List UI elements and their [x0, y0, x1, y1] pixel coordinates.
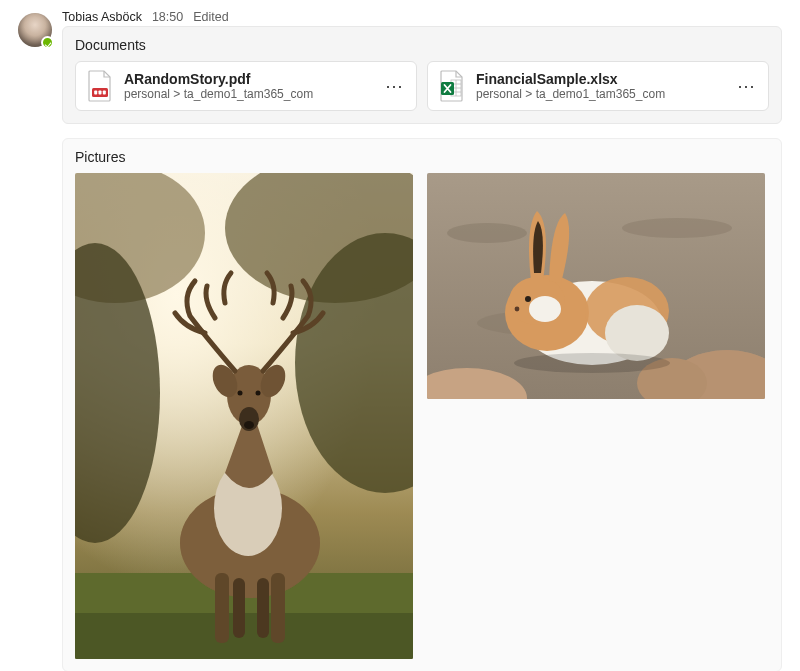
more-actions-button[interactable]: ⋯ [734, 74, 758, 98]
documents-title: Documents [75, 37, 769, 53]
svg-point-46 [525, 296, 531, 302]
svg-point-33 [447, 223, 527, 243]
excel-file-icon [438, 70, 466, 102]
document-path: personal > ta_demo1_tam365_com [124, 87, 372, 101]
svg-point-48 [514, 353, 670, 373]
svg-point-45 [529, 296, 561, 322]
author-name: Tobias Asböck [62, 10, 142, 24]
picture-attachment[interactable] [427, 173, 765, 399]
document-card[interactable]: ARandomStory.pdf personal > ta_demo1_tam… [75, 61, 417, 111]
svg-point-43 [605, 305, 669, 361]
document-card[interactable]: FinancialSample.xlsx personal > ta_demo1… [427, 61, 769, 111]
svg-rect-30 [233, 578, 245, 638]
more-icon: ⋯ [737, 75, 756, 97]
svg-rect-28 [215, 573, 229, 643]
message-meta: Tobias Asböck 18:50 Edited [62, 10, 782, 24]
presence-available-icon [41, 36, 54, 49]
message-time: 18:50 [152, 10, 183, 24]
pictures-title: Pictures [75, 149, 769, 165]
edited-label: Edited [193, 10, 228, 24]
pdf-file-icon [86, 70, 114, 102]
svg-point-27 [244, 421, 254, 429]
picture-attachment[interactable] [75, 173, 413, 659]
svg-point-47 [515, 307, 520, 312]
svg-point-34 [622, 218, 732, 238]
svg-point-26 [256, 391, 261, 396]
document-name: FinancialSample.xlsx [476, 71, 724, 87]
more-icon: ⋯ [385, 75, 404, 97]
svg-rect-1 [94, 91, 97, 95]
svg-rect-3 [103, 91, 106, 95]
avatar[interactable] [18, 13, 52, 47]
pictures-section: Pictures [62, 138, 782, 671]
svg-rect-31 [257, 578, 269, 638]
svg-point-25 [238, 391, 243, 396]
document-name: ARandomStory.pdf [124, 71, 372, 87]
svg-rect-29 [271, 573, 285, 643]
documents-section: Documents [62, 26, 782, 124]
svg-rect-2 [99, 91, 102, 95]
document-path: personal > ta_demo1_tam365_com [476, 87, 724, 101]
more-actions-button[interactable]: ⋯ [382, 74, 406, 98]
